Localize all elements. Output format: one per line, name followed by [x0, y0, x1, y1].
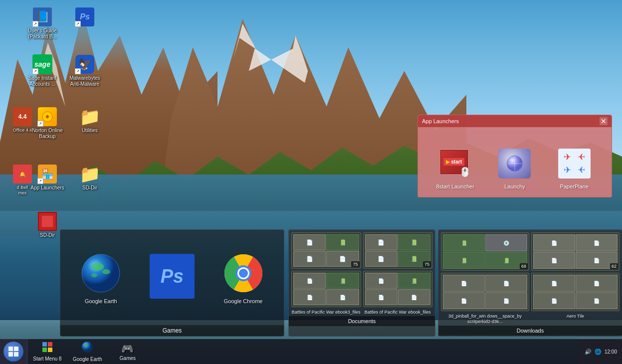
- svg-rect-20: [48, 348, 52, 352]
- games-taskbar-icon: 🎮: [121, 343, 134, 355]
- pinball-label: 3d_pinball_for_win dows__space_by scritp…: [441, 314, 529, 325]
- systray: 🔊 🌐 12:00: [580, 339, 622, 364]
- start-menu-taskbar-icon: [42, 342, 53, 355]
- earth-icon: [80, 253, 121, 294]
- battles1-badge: 75: [351, 261, 359, 267]
- pb-accessory-icon: 🏪 ↗: [37, 164, 57, 184]
- systray-icon-1: 🔊: [585, 349, 592, 355]
- svg-point-12: [239, 269, 248, 278]
- start-orb: [3, 342, 23, 362]
- documents-panel: 📄 📗 📄 📄 75 📄 📗 📄 📗 75: [288, 229, 435, 337]
- sage-label: Sage Instant Accounts ...: [24, 75, 60, 87]
- taskbar-item-earth[interactable]: Google Earth: [67, 339, 108, 364]
- svg-rect-16: [14, 352, 18, 357]
- popup-title: App Launchers: [422, 118, 459, 124]
- malwarebytes-icon: 🦅 ↗: [75, 54, 95, 74]
- norton-label: Norton Online Backup: [29, 128, 65, 140]
- systray-icon-2: 🌐: [595, 349, 602, 355]
- taskbar-item-start-menu[interactable]: Start Menu 8: [27, 339, 67, 364]
- svg-rect-18: [48, 342, 52, 347]
- games-panel-inner: Google Earth Ps: [60, 230, 284, 325]
- launchy-label: Launchy: [504, 183, 525, 189]
- desktop-icon-pse[interactable]: Ps ↗: [65, 5, 105, 30]
- pb-accessory-label: App Launchers: [30, 185, 64, 191]
- svg-point-22: [84, 344, 88, 347]
- taskbar-pse[interactable]: Ps: [150, 254, 195, 301]
- desktop-icon-users-guide[interactable]: 📘 ↗ User's Guide (Packard B...: [22, 5, 62, 42]
- popup-close-button[interactable]: ✕: [600, 117, 608, 125]
- games-panel: Google Earth Ps: [60, 229, 284, 337]
- popup-item-launchy[interactable]: Launchy: [490, 146, 540, 189]
- utilities-label: Utilities: [82, 128, 98, 134]
- chrome-label: Google Chrome: [224, 298, 263, 304]
- battles-thumb-2[interactable]: 📄 📗 📄 📗 75: [363, 232, 433, 269]
- systray-time: 12:00: [605, 349, 617, 355]
- games-panel-footer: Games: [60, 325, 284, 336]
- desktop-icon-pb-accessory[interactable]: 🏪 ↗ App Launchers: [27, 162, 67, 193]
- battles1-label: Battles of Pacific War ebook3_files: [291, 310, 361, 315]
- taskbar-items: Start Menu 8: [27, 339, 580, 364]
- 8start-label: 8start Launcher: [436, 183, 474, 189]
- svg-rect-14: [14, 347, 18, 351]
- taskbar-google-earth[interactable]: Google Earth: [78, 251, 123, 304]
- svg-point-7: [91, 273, 97, 277]
- paperplane-icon: ✈ ✈ ✈ ✈: [557, 146, 592, 181]
- sage-icon: sage ↗: [32, 54, 52, 74]
- earth-label: Google Earth: [85, 298, 117, 304]
- app-launchers-icon: 📁: [80, 164, 100, 184]
- svg-point-21: [82, 342, 93, 353]
- battles-thumb-1[interactable]: 📄 📗 📄 📄 75: [291, 232, 361, 269]
- desktop-icon-sage[interactable]: sage ↗ Sage Instant Accounts ...: [22, 52, 62, 89]
- taskbar: Start Menu 8: [0, 339, 622, 364]
- 8start-icon: ▶ start 🖱️: [438, 146, 473, 181]
- app-launchers-popup: App Launchers ✕ ▶ start 🖱️: [417, 115, 612, 197]
- desktop: 📘 ↗ User's Guide (Packard B... Ps ↗ sage…: [0, 0, 622, 364]
- svg-rect-19: [42, 348, 47, 352]
- desktop-icon-utilities[interactable]: 📁 Utilities: [70, 105, 110, 136]
- launchy-icon: [497, 146, 532, 181]
- doc-thumb-3[interactable]: 📄 📗 📄 📄: [291, 271, 361, 307]
- downloads-panel: 📗 💿 📗 📗 68 📄 📄 📄 📄 62: [438, 229, 622, 337]
- paperplane-label: PaperPlane: [560, 183, 589, 189]
- documents-label: Documents: [289, 316, 435, 326]
- desktop-icon-malwarebytes[interactable]: 🦅 ↗ Malwarebytes Anti-Malware: [65, 52, 105, 89]
- games-taskbar-label: Games: [120, 356, 136, 361]
- svg-rect-17: [42, 342, 47, 347]
- dl-thumb-4[interactable]: 📄 📄 📄 📄: [531, 273, 620, 311]
- aero-label: Aero Tile: [531, 314, 620, 325]
- popup-title-bar: App Launchers ✕: [418, 115, 612, 127]
- documents-grid: 📄 📗 📄 📄 75 📄 📗 📄 📗 75: [289, 230, 435, 310]
- doc-thumb-4[interactable]: 📄 📗 📄 📄: [363, 271, 433, 307]
- pse-icon: Ps ↗: [75, 7, 95, 27]
- earth-taskbar-icon: [81, 341, 93, 356]
- svg-rect-15: [8, 352, 13, 357]
- malwarebytes-label: Malwarebytes Anti-Malware: [67, 75, 103, 87]
- chrome-icon: [223, 253, 264, 294]
- svg-rect-13: [8, 347, 13, 351]
- users-guide-icon: 📘 ↗: [32, 7, 52, 27]
- start-menu-taskbar-label: Start Menu 8: [33, 356, 61, 362]
- pinball-badge: 68: [520, 263, 528, 269]
- taskbar-start-button[interactable]: [0, 339, 27, 364]
- aero-tile-thumb[interactable]: 📄 📄 📄 📄 62: [531, 232, 620, 271]
- pinball-thumb[interactable]: 📗 💿 📗 📗 68: [441, 232, 529, 271]
- norton-icon: ↗: [37, 107, 57, 127]
- popup-content: ▶ start 🖱️ 8start Launcher: [418, 127, 612, 197]
- desktop-icon-app-launchers[interactable]: 📁 SD-Dir: [70, 162, 110, 193]
- svg-point-5: [92, 263, 104, 271]
- users-guide-label: User's Guide (Packard B...: [24, 28, 60, 40]
- aero-badge: 62: [610, 263, 618, 269]
- app-launchers-label: SD-Dir: [82, 185, 97, 191]
- taskbar-item-games[interactable]: 🎮 Games: [108, 339, 148, 364]
- dl-thumb-3[interactable]: 📄 📄 📄 📄: [441, 273, 529, 311]
- battles2-badge: 75: [423, 261, 431, 267]
- earth-taskbar-label: Google Earth: [73, 357, 102, 362]
- downloads-label: Downloads: [438, 326, 622, 336]
- popup-item-8start[interactable]: ▶ start 🖱️ 8start Launcher: [430, 146, 480, 189]
- taskbar-google-chrome[interactable]: Google Chrome: [221, 251, 266, 304]
- sd-dir-icon: [37, 211, 57, 231]
- popup-item-paperplane[interactable]: ✈ ✈ ✈ ✈ PaperPlane: [549, 146, 599, 189]
- desktop-icon-norton[interactable]: ↗ Norton Online Backup: [27, 105, 67, 142]
- svg-point-6: [102, 269, 110, 274]
- battles2-label: Battles of Pacific War ebook_files: [363, 310, 433, 315]
